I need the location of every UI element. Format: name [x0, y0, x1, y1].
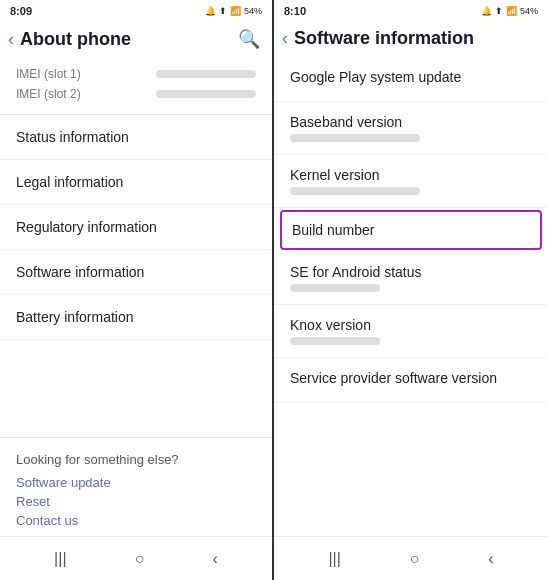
build-number-item[interactable]: Build number [280, 210, 542, 250]
right-notification-icon: 🔔 [481, 6, 492, 16]
right-back-button[interactable]: ‹ [282, 28, 288, 49]
build-number-label: Build number [292, 222, 530, 238]
recents-button[interactable]: ||| [54, 550, 66, 568]
notification-icon: 🔔 [205, 6, 216, 16]
se-android-value [290, 284, 380, 292]
contact-us-link[interactable]: Contact us [16, 511, 256, 530]
signal-icon: 📶 [230, 6, 241, 16]
knox-item[interactable]: Knox version [274, 305, 548, 358]
right-battery-indicator: 54% [520, 6, 538, 16]
kernel-label: Kernel version [290, 167, 532, 183]
battery-indicator: 54% [244, 6, 262, 16]
knox-value [290, 337, 380, 345]
left-back-button[interactable]: ‹ [8, 29, 14, 50]
left-time: 8:09 [10, 5, 32, 17]
imei-slot2-label: IMEI (slot 2) [16, 87, 81, 101]
right-panel: 8:10 🔔 ⬆ 📶 54% ‹ Software information Go… [274, 0, 548, 580]
right-page-title: Software information [294, 28, 536, 49]
right-sync-icon: ⬆ [495, 6, 503, 16]
sync-icon: ⬆ [219, 6, 227, 16]
menu-battery-label: Battery information [16, 309, 134, 325]
menu-software-label: Software information [16, 264, 144, 280]
google-play-label: Google Play system update [290, 69, 532, 85]
menu-status-label: Status information [16, 129, 129, 145]
menu-item-status[interactable]: Status information [0, 115, 272, 160]
right-header: ‹ Software information [274, 22, 548, 57]
knox-label: Knox version [290, 317, 532, 333]
se-android-label: SE for Android status [290, 264, 532, 280]
imei-slot1-row: IMEI (slot 1) [16, 64, 256, 84]
menu-legal-label: Legal information [16, 174, 123, 190]
menu-item-legal[interactable]: Legal information [0, 160, 272, 205]
left-bottom-nav: ||| ○ ‹ [0, 536, 272, 580]
google-play-item[interactable]: Google Play system update [274, 57, 548, 102]
software-info-list: Google Play system update Baseband versi… [274, 57, 548, 536]
right-status-icons: 🔔 ⬆ 📶 54% [481, 6, 538, 16]
reset-link[interactable]: Reset [16, 492, 256, 511]
right-time: 8:10 [284, 5, 306, 17]
imei-slot2-value [156, 90, 256, 98]
kernel-value [290, 187, 420, 195]
menu-regulatory-label: Regulatory information [16, 219, 157, 235]
menu-item-regulatory[interactable]: Regulatory information [0, 205, 272, 250]
right-recents-button[interactable]: ||| [328, 550, 340, 568]
service-provider-label: Service provider software version [290, 370, 532, 386]
left-panel: 8:09 🔔 ⬆ 📶 54% ‹ About phone 🔍 IMEI (slo… [0, 0, 274, 580]
imei-section: IMEI (slot 1) IMEI (slot 2) [0, 58, 272, 115]
baseband-label: Baseband version [290, 114, 532, 130]
looking-section: Looking for something else? Software upd… [0, 437, 272, 536]
imei-slot1-value [156, 70, 256, 78]
search-icon[interactable]: 🔍 [238, 28, 260, 50]
right-back-button[interactable]: ‹ [488, 550, 493, 568]
home-button[interactable]: ○ [135, 550, 145, 568]
menu-item-battery[interactable]: Battery information [0, 295, 272, 340]
right-status-bar: 8:10 🔔 ⬆ 📶 54% [274, 0, 548, 22]
left-page-title: About phone [20, 29, 238, 50]
left-status-bar: 8:09 🔔 ⬆ 📶 54% [0, 0, 272, 22]
menu-item-software[interactable]: Software information ← [0, 250, 272, 295]
right-signal-icon: 📶 [506, 6, 517, 16]
left-header: ‹ About phone 🔍 [0, 22, 272, 58]
software-update-link[interactable]: Software update [16, 473, 256, 492]
menu-section: Status information Legal information Reg… [0, 115, 272, 437]
imei-slot2-row: IMEI (slot 2) [16, 84, 256, 104]
imei-slot1-label: IMEI (slot 1) [16, 67, 81, 81]
looking-title: Looking for something else? [16, 452, 256, 467]
service-provider-item[interactable]: Service provider software version [274, 358, 548, 403]
left-status-icons: 🔔 ⬆ 📶 54% [205, 6, 262, 16]
right-home-button[interactable]: ○ [410, 550, 420, 568]
baseband-value [290, 134, 420, 142]
right-bottom-nav: ||| ○ ‹ [274, 536, 548, 580]
se-android-item[interactable]: SE for Android status [274, 252, 548, 305]
back-button[interactable]: ‹ [213, 550, 218, 568]
kernel-item[interactable]: Kernel version [274, 155, 548, 208]
baseband-item[interactable]: Baseband version [274, 102, 548, 155]
